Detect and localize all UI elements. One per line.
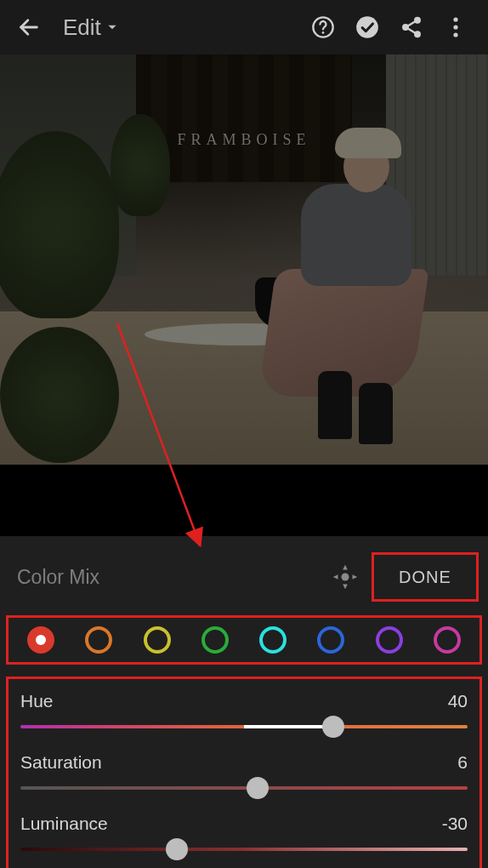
sliders-group: Hue 40 Saturation 6 Luminance -30 bbox=[5, 676, 483, 868]
gap bbox=[0, 465, 488, 536]
svg-point-13 bbox=[341, 573, 349, 580]
svg-point-2 bbox=[322, 31, 325, 34]
share-icon[interactable] bbox=[389, 15, 434, 39]
swatch-purple[interactable] bbox=[376, 626, 403, 654]
svg-marker-16 bbox=[333, 574, 338, 580]
luminance-value: -30 bbox=[442, 814, 468, 834]
svg-point-9 bbox=[453, 17, 457, 21]
hue-value: 40 bbox=[448, 691, 468, 711]
svg-marker-17 bbox=[353, 574, 358, 580]
svg-point-11 bbox=[453, 32, 457, 37]
hue-track[interactable] bbox=[20, 725, 468, 728]
swatch-blue[interactable] bbox=[317, 626, 344, 654]
saturation-track[interactable] bbox=[20, 786, 468, 790]
swatch-yellow[interactable] bbox=[144, 626, 171, 654]
done-button-label: DONE bbox=[399, 568, 451, 587]
overflow-menu-icon[interactable] bbox=[434, 17, 478, 37]
swatch-green[interactable] bbox=[201, 626, 229, 654]
swatch-red[interactable] bbox=[27, 626, 54, 654]
swatch-aqua[interactable] bbox=[259, 626, 287, 654]
hue-label: Hue bbox=[20, 691, 54, 711]
panel-header: Color Mix DONE bbox=[0, 548, 488, 614]
top-bar: Edit bbox=[0, 0, 488, 54]
swatch-orange[interactable] bbox=[85, 626, 112, 654]
svg-point-10 bbox=[453, 25, 457, 29]
luminance-track[interactable] bbox=[20, 848, 468, 851]
svg-point-3 bbox=[356, 16, 378, 38]
done-button[interactable]: DONE bbox=[374, 555, 476, 599]
color-swatch-row bbox=[5, 614, 483, 665]
luminance-slider[interactable]: Luminance -30 bbox=[20, 814, 468, 851]
chevron-down-icon bbox=[106, 21, 118, 33]
saturation-label: Saturation bbox=[20, 752, 102, 773]
saturation-slider[interactable]: Saturation 6 bbox=[20, 752, 468, 790]
swatch-magenta[interactable] bbox=[434, 626, 461, 654]
svg-line-7 bbox=[407, 21, 415, 26]
target-adjustment-tool[interactable] bbox=[325, 557, 366, 597]
color-mix-panel: Color Mix DONE Hue 40 Saturation 6 bbox=[0, 536, 488, 868]
svg-marker-15 bbox=[343, 585, 348, 590]
saturation-thumb[interactable] bbox=[247, 777, 269, 799]
hue-thumb[interactable] bbox=[322, 716, 344, 738]
edit-menu[interactable]: Edit bbox=[63, 14, 118, 41]
apply-icon[interactable] bbox=[345, 15, 389, 39]
saturation-value: 6 bbox=[457, 752, 468, 773]
hue-slider[interactable]: Hue 40 bbox=[20, 691, 468, 728]
luminance-thumb[interactable] bbox=[166, 838, 188, 860]
luminance-label: Luminance bbox=[20, 814, 108, 834]
photo-preview[interactable]: FRAMBOISE bbox=[0, 54, 488, 465]
svg-marker-14 bbox=[343, 565, 348, 570]
page-title: Edit bbox=[63, 14, 101, 41]
panel-title: Color Mix bbox=[17, 566, 99, 589]
svg-line-8 bbox=[407, 28, 415, 33]
help-icon[interactable] bbox=[301, 15, 345, 39]
back-icon[interactable] bbox=[10, 15, 48, 39]
